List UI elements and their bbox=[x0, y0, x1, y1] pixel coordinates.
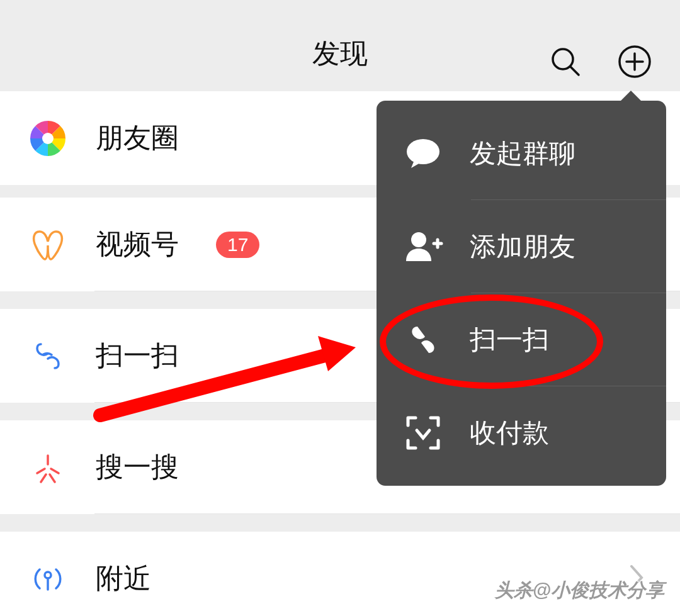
channels-icon bbox=[28, 225, 67, 264]
dropdown-label: 添加朋友 bbox=[470, 229, 575, 264]
scan-icon bbox=[28, 337, 67, 376]
svg-point-12 bbox=[45, 572, 51, 578]
dropdown-item-payment[interactable]: 收付款 bbox=[377, 386, 666, 479]
svg-line-11 bbox=[50, 474, 55, 482]
svg-point-14 bbox=[407, 139, 439, 164]
dropdown-item-group-chat[interactable]: 发起群聊 bbox=[377, 107, 666, 200]
page-title: 发现 bbox=[312, 35, 368, 72]
dropdown-label: 发起群聊 bbox=[470, 136, 575, 171]
svg-line-9 bbox=[51, 469, 59, 473]
search-icon bbox=[550, 46, 581, 77]
scan-qr-icon bbox=[402, 318, 445, 361]
dropdown-item-scan[interactable]: 扫一扫 bbox=[377, 293, 666, 386]
svg-point-15 bbox=[411, 232, 426, 247]
channels-badge: 17 bbox=[216, 232, 259, 258]
chat-bubble-icon bbox=[402, 132, 445, 175]
list-item-label: 附近 bbox=[96, 560, 151, 597]
svg-line-8 bbox=[37, 469, 45, 473]
divider bbox=[94, 513, 680, 514]
add-friend-icon bbox=[402, 225, 445, 268]
list-item-label: 朋友圈 bbox=[96, 120, 179, 157]
header-actions bbox=[548, 44, 652, 79]
nearby-icon bbox=[28, 559, 67, 598]
dropdown-label: 收付款 bbox=[470, 415, 549, 451]
plus-dropdown-menu: 发起群聊 添加朋友 扫一扫 bbox=[377, 101, 666, 486]
list-item-label: 视频号 bbox=[96, 226, 179, 263]
search-button[interactable] bbox=[548, 44, 582, 79]
svg-line-1 bbox=[570, 67, 579, 75]
list-item-label: 搜一搜 bbox=[96, 449, 179, 486]
search-discover-icon bbox=[28, 448, 67, 487]
svg-point-6 bbox=[42, 133, 54, 144]
svg-line-10 bbox=[41, 474, 46, 482]
moments-icon bbox=[28, 119, 67, 158]
payment-icon bbox=[402, 412, 445, 454]
dropdown-item-add-friend[interactable]: 添加朋友 bbox=[377, 200, 666, 293]
dropdown-label: 扫一扫 bbox=[470, 322, 549, 357]
list-item-label: 扫一扫 bbox=[96, 337, 179, 374]
header: 发现 bbox=[0, 0, 680, 91]
watermark: 头杀@小俊技术分享 bbox=[495, 578, 664, 603]
add-button[interactable] bbox=[617, 44, 652, 79]
plus-circle-icon bbox=[618, 45, 652, 79]
